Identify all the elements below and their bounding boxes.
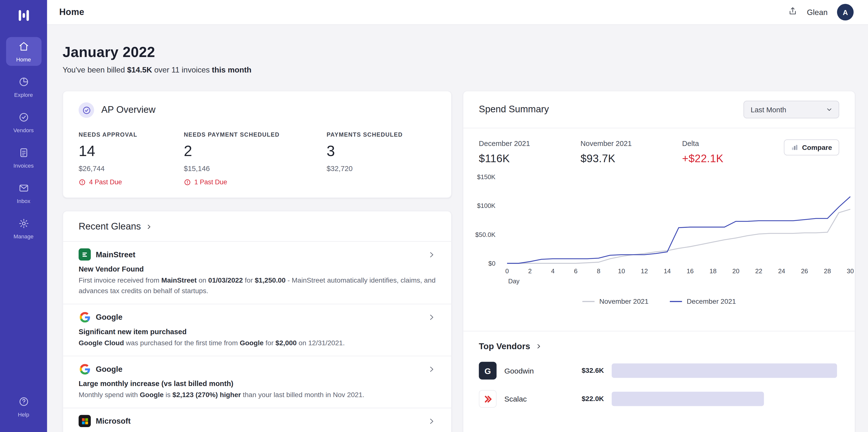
- stat-amount: $26,744: [79, 164, 184, 173]
- alert-circle-icon: [79, 178, 86, 186]
- text-segment: for: [243, 277, 255, 285]
- november-line-swatch-icon: [582, 301, 594, 302]
- y-tick-label: $0: [488, 260, 495, 267]
- compare-button[interactable]: Compare: [784, 139, 839, 155]
- text-segment: Google: [240, 339, 264, 347]
- page-breadcrumb-title: Home: [59, 7, 84, 17]
- x-tick-label: 28: [821, 268, 834, 274]
- text-segment: than your last billed month in Nov 2021.: [241, 391, 364, 399]
- app-window: Home Explore Vendors Invoices: [0, 0, 868, 432]
- y-tick-label: $150K: [477, 174, 495, 180]
- x-tick-label: 14: [661, 268, 674, 274]
- stat-label: PAYMENTS SCHEDULED: [327, 131, 436, 138]
- sidebar-item-home[interactable]: Home: [6, 37, 41, 66]
- text-segment: 01/03/2022: [208, 277, 243, 285]
- text-segment: Google Cloud: [79, 339, 124, 347]
- x-axis-title: Day: [508, 278, 520, 284]
- chevron-down-icon: [826, 106, 833, 113]
- glean-description: Google Cloud was purchased for the first…: [79, 338, 436, 349]
- vendor-row-goodwin[interactable]: G Goodwin $32.6K: [463, 362, 855, 379]
- chart-legend: November 2021 December 2021: [463, 298, 855, 305]
- text-segment: for: [264, 339, 276, 347]
- recent-gleans-header-link[interactable]: Recent Gleans: [63, 211, 451, 241]
- chevron-right-icon[interactable]: [427, 313, 436, 321]
- page-subtitle: You've been billed $14.5K over 11 invoic…: [62, 65, 251, 74]
- period-select[interactable]: Last Month: [743, 101, 839, 119]
- sidebar-item-vendors[interactable]: Vendors: [6, 108, 41, 137]
- sidebar-item-help[interactable]: Help: [6, 392, 41, 421]
- x-tick-label: 4: [546, 268, 559, 274]
- november-line: [507, 209, 850, 263]
- recent-gleans-title: Recent Gleans: [79, 222, 141, 232]
- microsoft-logo-icon: [79, 415, 91, 427]
- stat-label: NEEDS PAYMENT SCHEDULED: [184, 131, 327, 138]
- x-tick-label: 30: [844, 268, 857, 274]
- x-tick-label: 18: [707, 268, 720, 274]
- stat-count: 14: [79, 143, 184, 160]
- text-segment: Google: [140, 391, 163, 399]
- check-circle-icon: [79, 102, 94, 118]
- text-segment: $2,000: [275, 339, 297, 347]
- goodwin-logo-icon: G: [479, 362, 496, 379]
- recent-gleans-card: Recent Gleans MainStreet New Vendor Foun…: [62, 211, 452, 432]
- text-segment: $1,250.00: [255, 277, 285, 285]
- sidebar-item-invoices[interactable]: Invoices: [6, 143, 41, 172]
- sidebar-item-label: Home: [16, 57, 31, 63]
- glean-headline: New Vendor Found: [79, 265, 436, 273]
- legend-label: December 2021: [687, 298, 736, 305]
- invoices-icon: [18, 147, 29, 161]
- stat-label: December 2021: [479, 139, 580, 148]
- main-content: January 2022 You've been billed $14.5K o…: [47, 25, 868, 432]
- glean-item-google-new-item[interactable]: Google Significant new item purchased Go…: [63, 304, 451, 356]
- glean-item-microsoft[interactable]: Microsoft: [63, 408, 451, 432]
- vendor-name: Scalac: [504, 395, 555, 403]
- stat-value: $116K: [479, 152, 580, 165]
- brand-name[interactable]: Glean: [807, 8, 828, 17]
- vendor-name: Microsoft: [96, 417, 130, 425]
- sidebar-item-explore[interactable]: Explore: [6, 72, 41, 101]
- stat-needs-approval: NEEDS APPROVAL 14 $26,744 4 Past Due: [79, 131, 184, 186]
- upload-icon: [787, 6, 798, 19]
- export-share-button[interactable]: [787, 6, 798, 19]
- vendor-name: MainStreet: [96, 250, 135, 259]
- sidebar-item-label: Manage: [13, 233, 33, 240]
- google-logo-icon: [79, 363, 91, 375]
- glean-item-google-increase[interactable]: Google Large monthly increase (vs last b…: [63, 356, 451, 408]
- glean-item-mainstreet[interactable]: MainStreet New Vendor Found First invoic…: [63, 241, 451, 304]
- sidebar-item-label: Inbox: [17, 198, 30, 204]
- stat-december: December 2021 $116K: [479, 139, 580, 165]
- avatar[interactable]: A: [837, 4, 854, 21]
- legend-label: November 2021: [599, 298, 648, 305]
- past-due-badge[interactable]: 4 Past Due: [79, 178, 184, 186]
- x-tick-label: 26: [798, 268, 811, 274]
- stat-delta: Delta +$22.1K: [682, 139, 784, 165]
- chevron-right-icon[interactable]: [427, 417, 436, 425]
- stat-value: $93.7K: [581, 152, 682, 165]
- scalac-logo-icon: [479, 390, 496, 408]
- legend-item-november: November 2021: [582, 298, 648, 305]
- top-vendors-header-link[interactable]: Top Vendors: [463, 332, 855, 352]
- y-tick-label: $50.0K: [475, 231, 495, 238]
- sidebar-item-inbox[interactable]: Inbox: [6, 179, 41, 207]
- sidebar-item-label: Invoices: [13, 163, 34, 169]
- past-due-badge[interactable]: 1 Past Due: [184, 178, 327, 186]
- december-line: [507, 197, 850, 263]
- x-tick-label: 8: [592, 268, 605, 274]
- glean-headline: Significant new item purchased: [79, 328, 436, 336]
- chevron-right-icon[interactable]: [427, 251, 436, 259]
- x-axis-labels: 024681012141618202224262830: [463, 268, 855, 276]
- vendor-amount: $22.0K: [555, 395, 604, 403]
- alert-circle-icon: [184, 178, 191, 186]
- spend-chart: $150K$100K$50.0K$0 024681012141618202224…: [463, 172, 855, 290]
- sidebar-item-label: Explore: [14, 92, 33, 98]
- vendor-row-scalac[interactable]: Scalac $22.0K: [463, 390, 855, 408]
- stat-count: 2: [184, 143, 327, 160]
- sidebar-item-manage[interactable]: Manage: [6, 214, 41, 243]
- text-segment: on: [197, 277, 208, 285]
- glean-logo-icon[interactable]: [16, 8, 31, 23]
- legend-item-december: December 2021: [670, 298, 736, 305]
- top-vendors-title: Top Vendors: [479, 341, 530, 352]
- chevron-right-icon: [535, 343, 542, 350]
- glean-description: Monthly spend with Google is $2,123 (270…: [79, 390, 436, 401]
- chevron-right-icon[interactable]: [427, 365, 436, 373]
